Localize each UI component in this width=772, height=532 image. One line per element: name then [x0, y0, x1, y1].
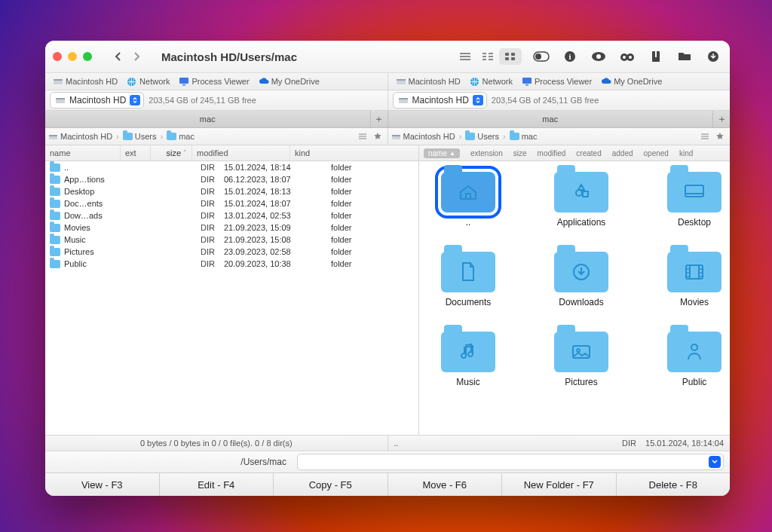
breadcrumb-item[interactable]: mac	[510, 132, 538, 141]
tab-right[interactable]: mac	[388, 111, 714, 127]
tab-add-left[interactable]: ＋	[371, 111, 388, 127]
breadcrumb-item[interactable]: Macintosh HD	[48, 132, 112, 141]
favorite-item[interactable]: Process Viewer	[176, 77, 252, 87]
volume-select-left[interactable]: Macintosh HD	[50, 92, 144, 109]
row-kind: folder	[326, 235, 418, 244]
icon-grid[interactable]: ..ApplicationsDesktopDocumentsDownloadsM…	[419, 161, 730, 435]
star-icon[interactable]	[371, 130, 384, 143]
breadcrumb-label: Macintosh HD	[60, 132, 112, 141]
view-columns-button[interactable]	[476, 48, 499, 65]
col-kind[interactable]: kind	[290, 145, 373, 161]
list-row[interactable]: DesktopDIR15.01.2024, 18:13folder	[45, 185, 418, 197]
status-left: 0 bytes / 0 bytes in 0 / 0 file(s). 0 / …	[51, 439, 381, 448]
folder-icon[interactable]	[676, 47, 694, 66]
icon-label: Applications	[557, 217, 606, 228]
icon-item[interactable]: Pictures	[540, 332, 623, 387]
close-icon[interactable]	[53, 52, 62, 61]
row-kind: folder	[326, 259, 418, 268]
list-row[interactable]: App…tionsDIR06.12.2023, 18:07folder	[45, 173, 418, 185]
folder-icon	[50, 188, 60, 196]
col-size[interactable]: size˄	[151, 145, 192, 161]
free-space-right: 203,54 GB of 245,11 GB free	[492, 96, 599, 105]
svg-rect-35	[525, 84, 528, 86]
info-icon[interactable]: i	[561, 47, 579, 66]
icon-item[interactable]: Public	[653, 332, 730, 387]
icon-item[interactable]: ..	[427, 172, 510, 228]
nav-back-button[interactable]	[109, 47, 127, 66]
favorite-label: My OneDrive	[614, 77, 662, 86]
favorite-item[interactable]: Process Viewer	[519, 77, 595, 87]
list-row[interactable]: MusicDIR21.09.2023, 15:08folder	[45, 234, 418, 246]
chevron-down-icon[interactable]	[709, 456, 721, 468]
breadcrumb-sep: ›	[459, 132, 462, 141]
favorite-item[interactable]: My OneDrive	[598, 77, 665, 87]
list-body[interactable]: ..DIR15.01.2024, 18:14folderApp…tionsDIR…	[45, 161, 418, 435]
favorite-item[interactable]: Network	[467, 77, 516, 87]
col-modified[interactable]: modified	[538, 149, 566, 157]
nav-forward-button[interactable]	[128, 47, 146, 66]
tab-add-right[interactable]: ＋	[713, 111, 730, 127]
tab-left[interactable]: mac	[45, 111, 371, 127]
row-kind: folder	[326, 199, 418, 208]
col-opened[interactable]: opened	[644, 149, 669, 157]
breadcrumb-item[interactable]: mac	[167, 132, 195, 141]
fkey-button[interactable]: Edit - F4	[160, 473, 274, 496]
list-row[interactable]: Dow…adsDIR13.01.2024, 02:53folder	[45, 209, 418, 222]
cloud-icon	[601, 77, 611, 87]
sort-name-pill[interactable]: name ▲	[424, 148, 460, 158]
icon-item[interactable]: Music	[427, 332, 510, 387]
list-toggle-icon[interactable]	[698, 130, 712, 143]
binoculars-icon[interactable]	[618, 47, 636, 66]
list-row[interactable]: MoviesDIR21.09.2023, 15:09folder	[45, 222, 418, 234]
row-kind: folder	[326, 223, 418, 232]
download-circle-icon[interactable]	[704, 47, 722, 66]
view-list-button[interactable]	[454, 48, 476, 65]
col-extension[interactable]: extension	[470, 149, 503, 157]
star-icon[interactable]	[713, 130, 727, 143]
list-row[interactable]: PublicDIR20.09.2023, 10:38folder	[45, 258, 418, 270]
col-name[interactable]: name	[45, 145, 121, 161]
col-added[interactable]: added	[612, 149, 633, 157]
list-row[interactable]: Doc…entsDIR15.01.2024, 18:07folder	[45, 197, 418, 209]
minimize-icon[interactable]	[68, 52, 77, 61]
col-kind[interactable]: kind	[679, 149, 693, 157]
fkey-button[interactable]: Delete - F8	[617, 473, 731, 496]
favorite-item[interactable]: Network	[124, 77, 173, 87]
folder-large-icon	[441, 252, 495, 292]
icon-item[interactable]: Desktop	[653, 172, 730, 228]
icon-item[interactable]: Downloads	[540, 252, 623, 307]
breadcrumb-item[interactable]: Users	[123, 132, 157, 141]
col-ext[interactable]: ext	[121, 145, 151, 161]
favorite-item[interactable]: My OneDrive	[256, 77, 323, 87]
breadcrumb-item[interactable]: Users	[465, 132, 499, 141]
col-modified[interactable]: modified	[192, 145, 290, 161]
icon-item[interactable]: Movies	[653, 252, 730, 307]
row-kind: folder	[326, 175, 418, 184]
view-icons-button[interactable]	[499, 48, 522, 65]
list-toggle-icon[interactable]	[356, 130, 369, 143]
fkey-button[interactable]: View - F3	[45, 473, 160, 496]
row-size: DIR	[169, 199, 219, 208]
row-name: Doc…ents	[64, 199, 103, 208]
col-size[interactable]: size	[513, 149, 527, 157]
col-created[interactable]: created	[576, 149, 601, 157]
command-input[interactable]	[297, 454, 724, 470]
breadcrumb-sep: ›	[116, 132, 119, 141]
fkey-button[interactable]: Copy - F5	[274, 473, 388, 496]
icon-item[interactable]: Documents	[427, 252, 510, 307]
archive-icon[interactable]	[647, 47, 665, 66]
zoom-icon[interactable]	[83, 52, 92, 61]
list-row[interactable]: ..DIR15.01.2024, 18:14folder	[45, 161, 418, 173]
favorite-item[interactable]: Macintosh HD	[50, 77, 121, 87]
quicklook-icon[interactable]	[590, 47, 608, 66]
fkey-button[interactable]: New Folder - F7	[502, 473, 617, 496]
breadcrumb-item[interactable]: Macintosh HD	[391, 132, 455, 141]
favorite-item[interactable]: Macintosh HD	[393, 77, 464, 87]
fkey-button[interactable]: Move - F6	[388, 473, 503, 496]
toggle-switch-icon[interactable]	[532, 47, 550, 66]
svg-rect-27	[54, 79, 63, 81]
volume-select-right[interactable]: Macintosh HD	[393, 92, 487, 109]
list-row[interactable]: PicturesDIR23.09.2023, 02:58folder	[45, 246, 418, 258]
breadcrumb-bar: Macintosh HD›Users›mac Macintosh HD›User…	[45, 128, 730, 145]
icon-item[interactable]: Applications	[540, 172, 623, 228]
